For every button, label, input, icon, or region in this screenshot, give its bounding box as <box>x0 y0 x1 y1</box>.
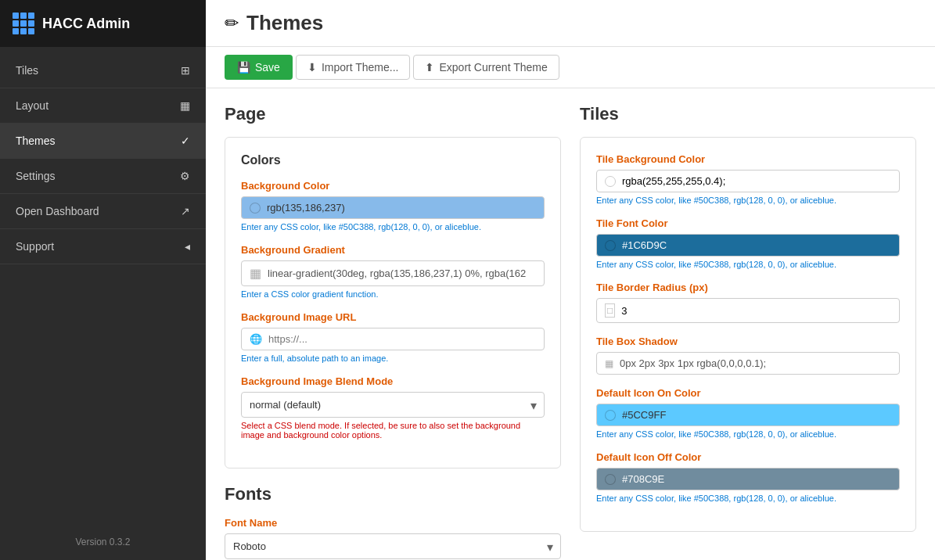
background-image-url-textfield[interactable] <box>268 333 536 345</box>
background-color-hint: Enter any CSS color, like #50C388, rgb(1… <box>241 222 545 232</box>
background-color-swatch <box>250 203 261 214</box>
sidebar-item-label: Tiles <box>16 64 38 77</box>
fonts-section-title: Fonts <box>225 484 561 504</box>
themes-icon: ✏ <box>225 13 239 34</box>
tiles-section-title: Tiles <box>580 104 916 124</box>
background-gradient-input[interactable]: ▦ linear-gradient(30deg, rgba(135,186,23… <box>241 260 545 286</box>
sidebar-nav: Tiles ⊞ Layout ▦ Themes ✓ Settings ⚙ Ope… <box>0 47 206 524</box>
tile-box-shadow-input[interactable]: ▦ 0px 2px 3px 1px rgba(0,0,0,0.1); <box>596 352 900 375</box>
sidebar: HACC Admin Tiles ⊞ Layout ▦ Themes ✓ Set… <box>0 0 206 560</box>
import-label: Import Theme... <box>322 61 399 74</box>
icon-off-color-input[interactable]: #708C9E <box>596 468 900 490</box>
background-image-url-input[interactable]: 🌐 <box>241 328 545 350</box>
sidebar-item-label: Open Dashboard <box>16 205 99 217</box>
tiles-card: Tile Background Color rgba(255,255,255,0… <box>580 137 916 532</box>
tile-bg-color-label: Tile Background Color <box>596 153 900 165</box>
icon-off-swatch <box>605 474 616 485</box>
toolbar: 💾 Save ⬇ Import Theme... ⬆ Export Curren… <box>206 47 935 88</box>
background-gradient-label: Background Gradient <box>241 244 545 256</box>
sidebar-item-tiles[interactable]: Tiles ⊞ <box>0 53 206 88</box>
sidebar-item-layout[interactable]: Layout ▦ <box>0 88 206 124</box>
shadow-icon: ▦ <box>605 358 613 369</box>
icon-on-color-value: #5CC9FF <box>622 409 666 421</box>
page-header: ✏ Themes <box>206 0 935 47</box>
tile-font-color-hint: Enter any CSS color, like #50C388, rgb(1… <box>596 260 900 269</box>
font-name-field: Font Name Roboto Arial Open Sans Lato Mo… <box>225 517 561 559</box>
background-image-url-hint: Enter a full, absolute path to an image. <box>241 354 545 363</box>
tile-bg-color-input[interactable]: rgba(255,255,255,0.4); <box>596 170 900 192</box>
font-name-select[interactable]: Roboto Arial Open Sans Lato Montserrat <box>225 533 561 559</box>
border-radius-icon: □ <box>605 303 615 318</box>
page-title: Themes <box>246 11 323 35</box>
blend-mode-hint: Select a CSS blend mode. If selected, be… <box>241 421 545 440</box>
tile-border-radius-value: 3 <box>621 305 627 317</box>
background-gradient-hint: Enter a CSS color gradient function. <box>241 289 545 299</box>
background-image-url-field: Background Image URL 🌐 Enter a full, abs… <box>241 311 545 363</box>
content-area: Page Colors Background Color rgb(135,186… <box>206 88 935 560</box>
tile-bg-color-value: rgba(255,255,255,0.4); <box>622 175 725 187</box>
sidebar-item-settings[interactable]: Settings ⚙ <box>0 159 206 194</box>
icon-on-color-input[interactable]: #5CC9FF <box>596 404 900 426</box>
save-icon: 💾 <box>237 61 250 74</box>
tile-font-color-field: Tile Font Color #1C6D9C Enter any CSS co… <box>596 217 900 269</box>
colors-card: Colors Background Color rgb(135,186,237)… <box>225 137 561 468</box>
app-logo <box>13 13 34 34</box>
font-name-select-wrapper: Roboto Arial Open Sans Lato Montserrat ▾ <box>225 533 561 559</box>
version-label: Version 0.3.2 <box>0 524 206 560</box>
colors-section-title: Colors <box>241 153 545 167</box>
background-gradient-field: Background Gradient ▦ linear-gradient(30… <box>241 244 545 299</box>
globe-icon: 🌐 <box>250 333 262 345</box>
tile-bg-color-hint: Enter any CSS color, like #50C388, rgb(1… <box>596 196 900 205</box>
blend-mode-label: Background Image Blend Mode <box>241 375 545 387</box>
icon-on-color-hint: Enter any CSS color, like #50C388, rgb(1… <box>596 429 900 439</box>
tile-bg-color-field: Tile Background Color rgba(255,255,255,0… <box>596 153 900 205</box>
background-color-input[interactable]: rgb(135,186,237) <box>241 196 545 219</box>
save-label: Save <box>255 61 280 74</box>
gradient-icon: ▦ <box>250 266 261 281</box>
check-icon: ✓ <box>181 135 190 147</box>
tile-font-swatch <box>605 240 616 251</box>
icon-off-color-field: Default Icon Off Color #708C9E Enter any… <box>596 451 900 503</box>
expand-icon: ⊞ <box>181 64 190 77</box>
import-button[interactable]: ⬇ Import Theme... <box>296 55 411 80</box>
sidebar-item-support[interactable]: Support ◂ <box>0 229 206 264</box>
tiles-column: Tiles Tile Background Color rgba(255,255… <box>580 104 916 544</box>
tile-font-color-value: #1C6D9C <box>622 239 667 251</box>
icon-off-color-hint: Enter any CSS color, like #50C388, rgb(1… <box>596 494 900 503</box>
save-button[interactable]: 💾 Save <box>225 55 293 80</box>
tile-border-radius-label: Tile Border Radius (px) <box>596 282 900 293</box>
blend-mode-select[interactable]: normal (default) multiply screen overlay… <box>241 392 545 418</box>
icon-on-color-field: Default Icon On Color #5CC9FF Enter any … <box>596 387 900 439</box>
font-name-label: Font Name <box>225 517 561 529</box>
tile-border-radius-field: Tile Border Radius (px) □ 3 <box>596 282 900 323</box>
sidebar-item-open-dashboard[interactable]: Open Dashboard ↗ <box>0 194 206 229</box>
background-color-label: Background Color <box>241 180 545 192</box>
export-label: Export Current Theme <box>439 61 547 74</box>
sidebar-item-label: Settings <box>16 170 56 182</box>
chevron-left-icon: ◂ <box>185 240 190 253</box>
icon-on-swatch <box>605 410 616 421</box>
blend-mode-field: Background Image Blend Mode normal (defa… <box>241 375 545 440</box>
import-icon: ⬇ <box>307 61 317 74</box>
page-section-title: Page <box>225 104 561 124</box>
background-image-url-label: Background Image URL <box>241 311 545 323</box>
sidebar-item-themes[interactable]: Themes ✓ <box>0 124 206 159</box>
tile-border-radius-input[interactable]: □ 3 <box>596 298 900 323</box>
sidebar-item-label: Layout <box>16 99 49 112</box>
icon-off-color-label: Default Icon Off Color <box>596 451 900 463</box>
tile-font-color-input[interactable]: #1C6D9C <box>596 234 900 257</box>
sidebar-header: HACC Admin <box>0 0 206 47</box>
external-link-icon: ↗ <box>181 205 190 217</box>
app-title: HACC Admin <box>42 16 130 32</box>
sidebar-item-label: Themes <box>16 135 56 147</box>
fonts-section: Fonts Font Name Roboto Arial Open Sans L… <box>225 484 561 560</box>
gear-icon: ⚙ <box>180 170 190 182</box>
tile-box-shadow-label: Tile Box Shadow <box>596 336 900 347</box>
blend-mode-select-wrapper: normal (default) multiply screen overlay… <box>241 392 545 418</box>
tile-font-color-label: Tile Font Color <box>596 217 900 229</box>
background-color-field: Background Color rgb(135,186,237) Enter … <box>241 180 545 232</box>
sidebar-item-label: Support <box>16 240 54 253</box>
export-button[interactable]: ⬆ Export Current Theme <box>413 55 559 80</box>
background-gradient-value: linear-gradient(30deg, rgba(135,186,237,… <box>268 267 526 279</box>
icon-off-color-value: #708C9E <box>622 473 664 485</box>
